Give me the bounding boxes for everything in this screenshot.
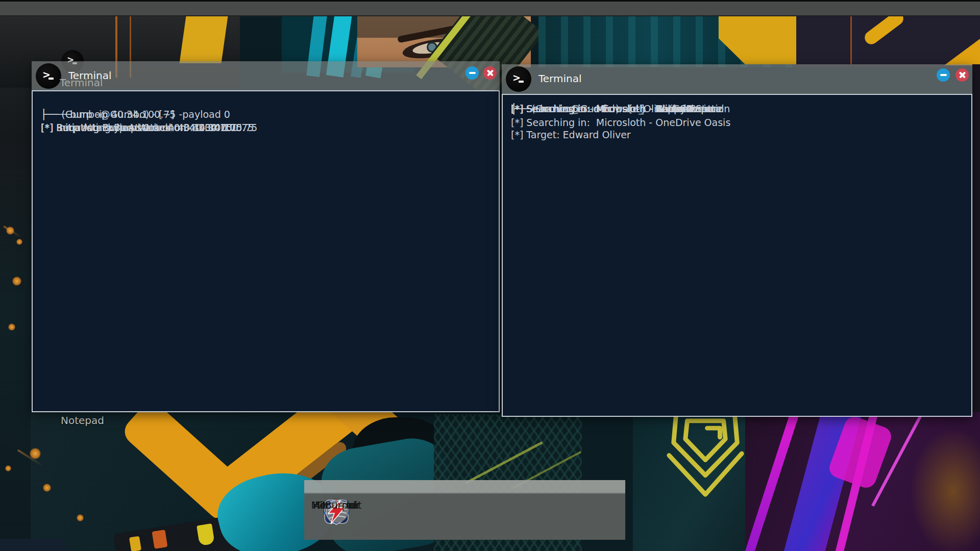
wallpaper-chevron-emblem [660, 408, 751, 499]
dock-item-burp[interactable]: Burp [311, 494, 362, 540]
close-button[interactable] [955, 68, 969, 82]
right-terminal-output-area[interactable]: ┌── (Gumbo@Gumbo) - [~] │ └────harvester… [502, 94, 972, 417]
wallpaper-art [77, 514, 84, 521]
left-terminal-output-area[interactable]: ┌── (Gumbo@Gumbo) - [~] │ └────burp -ip … [32, 90, 500, 412]
wallpaper-art [8, 323, 15, 331]
minus-icon [469, 72, 476, 74]
terminal-glyph [48, 78, 54, 80]
dock-item-label: Burp [325, 499, 348, 511]
minus-icon [940, 74, 947, 76]
wallpaper-art [850, 16, 852, 64]
command-line: └────burp -ip 40.34.100.75 -payload 0 [41, 108, 230, 121]
dock: > Terminal Airocrack [304, 494, 625, 540]
wallpaper-art [745, 412, 980, 551]
left-terminal-titlebar[interactable]: > Terminal [32, 61, 500, 90]
terminal-output-line: [*] Searching in: Microsloth - OneDrive … [511, 116, 730, 129]
background-window-strip[interactable] [304, 480, 625, 494]
terminal-icon: > [36, 63, 61, 89]
wallpaper-art [12, 277, 21, 286]
minimize-button[interactable] [465, 66, 479, 80]
window-title: Terminal [538, 72, 582, 85]
top-menu-bar [0, 0, 980, 16]
wallpaper-art [5, 465, 11, 471]
terminal-output-line: [*] Initiating Payload 0 on 40.34.100.75 [41, 121, 232, 134]
terminal-window-right: > Terminal ┌── (Gumbo@Gumbo) - [~] │ └──… [502, 64, 972, 417]
wallpaper-art [910, 428, 980, 551]
wallpaper-art [43, 484, 51, 492]
terminal-icon: > [506, 66, 531, 92]
right-terminal-titlebar[interactable]: > Terminal [502, 64, 972, 94]
close-button[interactable] [483, 66, 497, 80]
terminal-output-line: [*] Target: Edward Oliver [511, 128, 631, 141]
terminal-window-left: > Terminal ┌── (Gumbo@Gumbo) - [~] │ └──… [32, 61, 500, 412]
minimize-button[interactable] [937, 68, 950, 82]
background-notepad-title[interactable]: Notepad [61, 414, 104, 427]
wallpaper-art [16, 239, 22, 245]
wallpaper-art [129, 536, 141, 551]
terminal-output-line: [*] Searching in: Microsloth - Azure Ave… [511, 102, 722, 115]
wallpaper-art [972, 64, 980, 421]
wallpaper-art [180, 16, 228, 63]
desktop: > > Terminal ┌── (Gumbo@Gumbo) - [~] │ └… [0, 0, 980, 551]
terminal-glyph [519, 81, 524, 83]
wallpaper-art [152, 530, 168, 549]
wallpaper-art [0, 539, 65, 551]
window-title: Terminal [68, 69, 112, 82]
